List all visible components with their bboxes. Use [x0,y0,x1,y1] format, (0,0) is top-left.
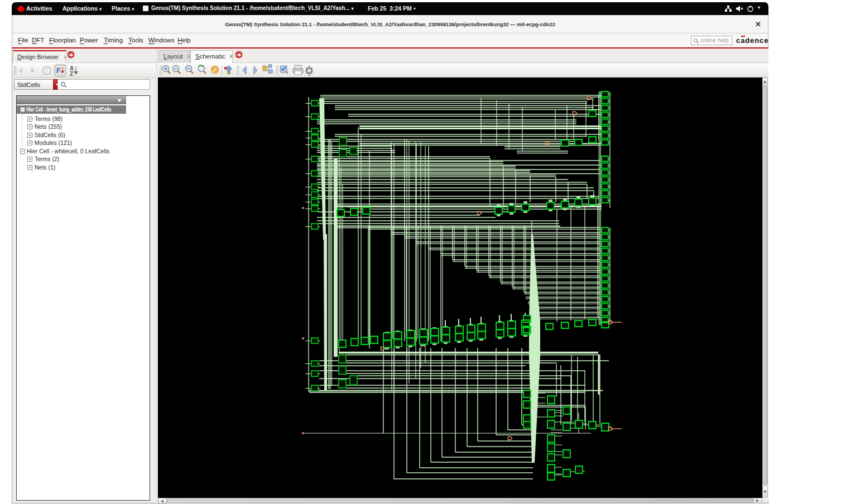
svg-text:Z: Z [70,71,73,77]
svg-text:F: F [56,67,60,75]
